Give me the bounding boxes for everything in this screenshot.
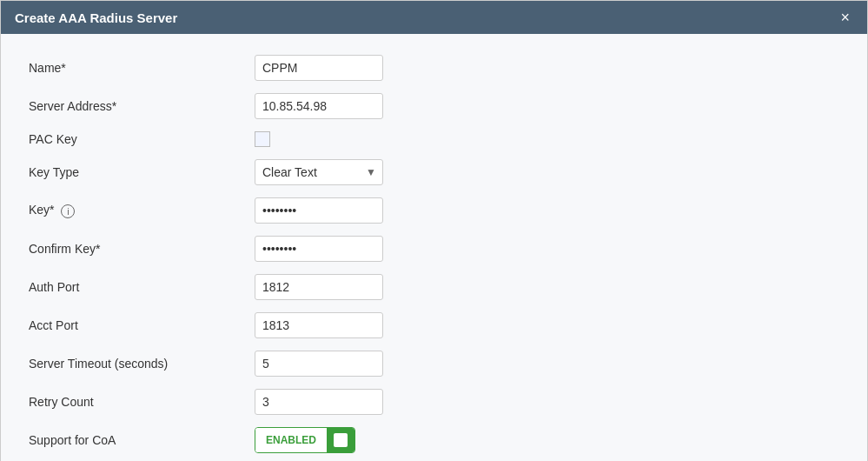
- pac-key-checkbox[interactable]: [255, 131, 270, 147]
- key-type-label: Key Type: [29, 165, 255, 179]
- server-address-label: Server Address*: [29, 99, 255, 113]
- key-input[interactable]: [255, 197, 383, 224]
- server-timeout-input[interactable]: [255, 351, 383, 377]
- key-row: Key* i: [29, 197, 839, 224]
- confirm-key-row: Confirm Key*: [29, 236, 839, 262]
- name-input[interactable]: [255, 55, 383, 81]
- auth-port-row: Auth Port: [29, 274, 839, 300]
- retry-count-row: Retry Count: [29, 389, 839, 415]
- create-aaa-radius-dialog: Create AAA Radius Server × Name* Server …: [0, 0, 868, 461]
- key-type-select-wrapper: Clear Text Encrypted ▼: [255, 159, 383, 185]
- dialog-body: Name* Server Address* PAC Key Key Type C…: [1, 34, 867, 461]
- dialog-title-bar: Create AAA Radius Server ×: [1, 1, 867, 34]
- retry-count-input[interactable]: [255, 389, 383, 415]
- acct-port-row: Acct Port: [29, 312, 839, 338]
- confirm-key-label: Confirm Key*: [29, 242, 255, 256]
- pac-key-label: PAC Key: [29, 132, 255, 146]
- coa-label: Support for CoA: [29, 433, 255, 447]
- coa-status-label: ENABLED: [255, 428, 327, 452]
- name-label: Name*: [29, 61, 255, 75]
- auth-port-input[interactable]: [255, 274, 383, 300]
- coa-toggle-knob: [334, 433, 348, 447]
- pac-key-row: PAC Key: [29, 131, 839, 147]
- auth-port-label: Auth Port: [29, 280, 255, 294]
- server-address-input[interactable]: [255, 93, 383, 119]
- coa-row: Support for CoA ENABLED: [29, 427, 839, 453]
- key-label: Key* i: [29, 203, 255, 217]
- name-row: Name*: [29, 55, 839, 81]
- acct-port-input[interactable]: [255, 312, 383, 338]
- key-type-select[interactable]: Clear Text Encrypted: [255, 159, 383, 185]
- server-timeout-label: Server Timeout (seconds): [29, 357, 255, 371]
- retry-count-label: Retry Count: [29, 395, 255, 409]
- acct-port-label: Acct Port: [29, 318, 255, 332]
- key-info-icon: i: [61, 204, 75, 218]
- close-button[interactable]: ×: [837, 10, 853, 25]
- coa-toggle-switch: [327, 428, 354, 452]
- dialog-title: Create AAA Radius Server: [15, 10, 177, 25]
- server-address-row: Server Address*: [29, 93, 839, 119]
- key-type-row: Key Type Clear Text Encrypted ▼: [29, 159, 839, 185]
- confirm-key-input[interactable]: [255, 236, 383, 262]
- server-timeout-row: Server Timeout (seconds): [29, 351, 839, 377]
- coa-toggle[interactable]: ENABLED: [255, 427, 355, 453]
